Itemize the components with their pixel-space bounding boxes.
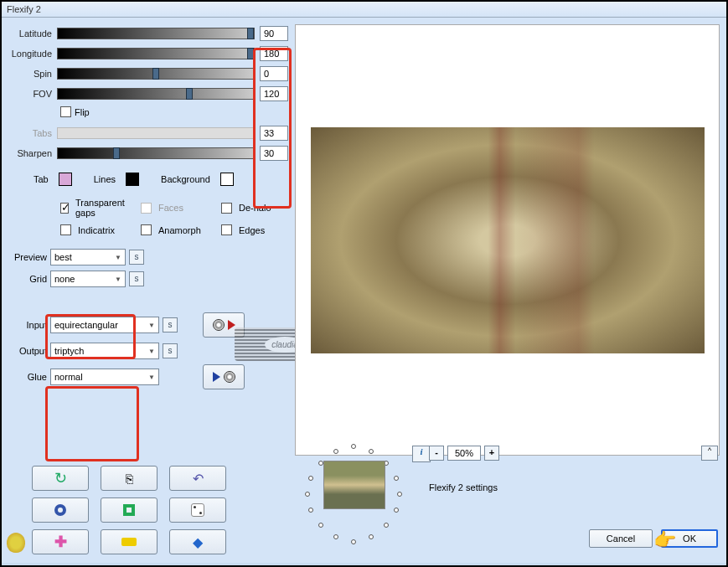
- square-button[interactable]: [101, 497, 157, 523]
- fov-slider[interactable]: [57, 88, 255, 100]
- copy-button[interactable]: ⎘: [101, 466, 157, 491]
- tab-color-label: Tab: [34, 174, 49, 184]
- zoom-in-button[interactable]: +: [484, 446, 499, 461]
- latitude-value[interactable]: [260, 26, 288, 41]
- grid-s-button[interactable]: s: [129, 271, 144, 286]
- disc-icon: [213, 319, 225, 331]
- anamorph-label: Anamorph: [158, 225, 201, 235]
- longitude-slider[interactable]: [57, 48, 255, 59]
- sharpen-value[interactable]: [260, 146, 288, 161]
- ring-button[interactable]: [32, 497, 89, 523]
- latitude-label: Latitude: [8, 28, 57, 39]
- play-blue-icon: [213, 372, 220, 382]
- brick-icon: [121, 538, 137, 546]
- glue-label: Glue: [8, 372, 50, 382]
- indicatrix-label: Indicatrix: [78, 225, 115, 235]
- spin-value[interactable]: [260, 66, 288, 81]
- edges-label: Edges: [239, 225, 265, 235]
- preview-label: Preview: [8, 252, 50, 262]
- thumbnail-image: [323, 461, 385, 509]
- gem-icon: ◆: [193, 534, 203, 550]
- glue-dropdown[interactable]: normal▼: [50, 369, 159, 385]
- controls-panel: Latitude Longitude Spin FOV Fl: [2, 18, 295, 563]
- input-label: Input: [8, 320, 50, 330]
- transparent-gaps-checkbox[interactable]: [60, 203, 69, 214]
- output-s-button[interactable]: s: [163, 343, 178, 358]
- tab-color-swatch[interactable]: [59, 173, 72, 186]
- fov-label: FOV: [8, 89, 57, 99]
- edges-checkbox[interactable]: [221, 224, 232, 235]
- dehalo-label: De-halo: [239, 203, 271, 213]
- preview-area[interactable]: [295, 24, 720, 456]
- preview-dropdown[interactable]: best▼: [50, 249, 126, 265]
- longitude-label: Longitude: [8, 49, 57, 59]
- latitude-slider[interactable]: [57, 28, 255, 39]
- faces-label: Faces: [158, 203, 183, 213]
- reset-icon: ↻: [54, 469, 67, 487]
- flip-label: Flip: [75, 107, 90, 117]
- flexify-window: Flexify 2 Latitude Longitude Spin FOV: [0, 0, 728, 567]
- transparent-gaps-label: Transparent gaps: [75, 198, 127, 218]
- hand-cursor-icon: 👉: [653, 529, 676, 551]
- longitude-value[interactable]: [260, 46, 288, 61]
- chevron-down-icon: ▼: [115, 276, 121, 283]
- preview-panel: i - 50% + ^ Flexify 2 settings Cancel OK…: [295, 18, 726, 563]
- gem-button[interactable]: ◆: [169, 529, 226, 554]
- undo-button[interactable]: ↶: [169, 466, 226, 491]
- grid-dropdown[interactable]: none▼: [50, 271, 126, 287]
- preview-s-button[interactable]: s: [129, 250, 144, 265]
- input-s-button[interactable]: s: [163, 317, 178, 332]
- spin-slider[interactable]: [57, 68, 255, 80]
- background-color-label: Background: [161, 174, 210, 184]
- chevron-down-icon: ▼: [148, 374, 155, 381]
- tabs-label: Tabs: [8, 128, 57, 138]
- window-title: Flexify 2: [2, 2, 726, 18]
- play-icon: [228, 320, 235, 330]
- output-dropdown[interactable]: triptych▼: [50, 343, 159, 359]
- expand-button[interactable]: ^: [701, 446, 718, 461]
- chevron-down-icon: ▼: [115, 254, 121, 261]
- zoom-value[interactable]: 50%: [447, 446, 481, 461]
- dehalo-checkbox[interactable]: [221, 203, 232, 214]
- plus-pink-button[interactable]: ✚: [32, 529, 89, 554]
- input-dropdown[interactable]: equirectangular▼: [50, 317, 159, 333]
- dice-button[interactable]: [169, 497, 226, 523]
- easter-egg-icon[interactable]: [7, 533, 25, 553]
- preview-image: [311, 127, 705, 353]
- thumbnail-navigator[interactable]: [295, 437, 412, 538]
- background-color-swatch[interactable]: [220, 173, 234, 186]
- sharpen-slider[interactable]: [57, 147, 255, 159]
- flip-checkbox[interactable]: [60, 106, 71, 117]
- chevron-down-icon: ▼: [148, 322, 155, 329]
- output-label: Output: [8, 346, 50, 356]
- lines-color-label: Lines: [94, 174, 116, 184]
- undo-icon: ↶: [193, 471, 204, 487]
- spin-label: Spin: [8, 69, 57, 79]
- reset-button[interactable]: ↻: [32, 466, 89, 491]
- zoom-out-button[interactable]: -: [429, 446, 444, 461]
- fov-value[interactable]: [260, 86, 288, 101]
- tabs-slider: [57, 127, 255, 139]
- copy-icon: ⎘: [126, 472, 133, 486]
- sharpen-label: Sharpen: [8, 148, 57, 158]
- brick-button[interactable]: [101, 529, 157, 554]
- anamorph-checkbox[interactable]: [141, 224, 152, 235]
- square-icon: [123, 504, 135, 516]
- tabs-value[interactable]: [260, 126, 288, 141]
- cancel-button[interactable]: Cancel: [589, 529, 653, 548]
- info-button[interactable]: i: [412, 446, 431, 462]
- dice-icon: [191, 503, 204, 517]
- lines-color-swatch[interactable]: [126, 173, 139, 186]
- settings-label: Flexify 2 settings: [429, 482, 498, 492]
- ring-icon: [54, 504, 66, 516]
- faces-checkbox: [141, 203, 152, 214]
- plus-pink-icon: ✚: [54, 533, 67, 551]
- grid-label: Grid: [8, 274, 50, 284]
- chevron-down-icon: ▼: [148, 348, 155, 355]
- play-disc-button[interactable]: [203, 364, 245, 389]
- disc-icon: [224, 371, 235, 383]
- indicatrix-checkbox[interactable]: [60, 224, 71, 235]
- highlight-io: [45, 386, 139, 461]
